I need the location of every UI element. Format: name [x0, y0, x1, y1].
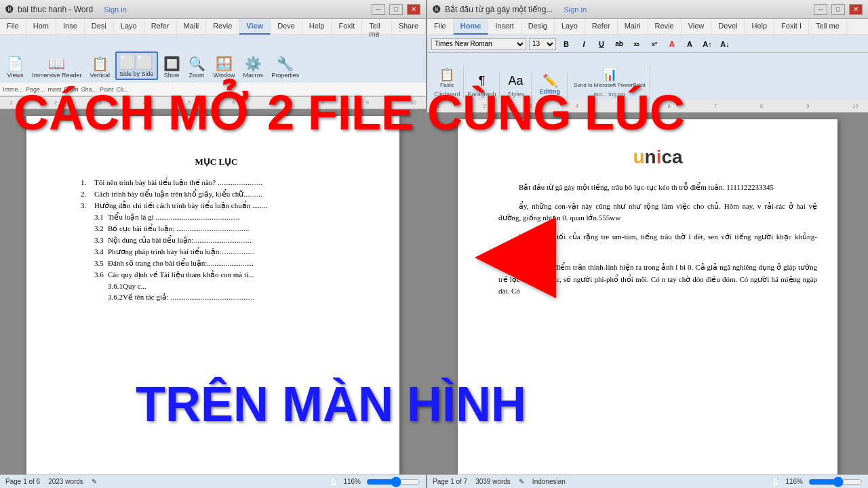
left-tab-review[interactable]: Revie: [206, 19, 239, 35]
left-properties-btn[interactable]: 🔧 Properties: [269, 54, 302, 80]
left-status-right: 📄 116%: [330, 476, 420, 487]
toc-item-3-3: 3.3 Nội dung của bài tiểu luận:.........…: [81, 236, 352, 245]
right-strikethrough-btn[interactable]: ab: [612, 37, 627, 51]
right-shrink-font-btn[interactable]: A↓: [717, 37, 732, 51]
right-status-bar: Page 1 of 7 3039 words ✎ Indonesian 📄 11…: [427, 474, 868, 488]
right-font-selector[interactable]: Times New Roman: [431, 38, 526, 50]
left-layout-icon[interactable]: 📄: [330, 478, 338, 485]
left-zoom-btn[interactable]: 🔍 Zoom: [186, 54, 208, 80]
vertical-icon: 📋: [92, 56, 108, 72]
right-tab-view[interactable]: View: [682, 19, 712, 35]
left-window: 🅦 bai thuc hanh - Word Sign in ─ □ ✕ Fil…: [0, 0, 427, 488]
left-ruler-marks: 12345678910: [3, 100, 423, 106]
split-container: 🅦 bai thuc hanh - Word Sign in ─ □ ✕ Fil…: [0, 0, 868, 488]
right-tab-references[interactable]: Refer: [585, 19, 618, 35]
left-window-btn[interactable]: 🪟 Window: [211, 54, 238, 80]
right-tab-insert[interactable]: Insert: [488, 19, 521, 35]
left-tab-mailings[interactable]: Maili: [177, 19, 207, 35]
left-signin-link[interactable]: Sign in: [104, 5, 127, 14]
right-edit-icon: ✎: [519, 478, 524, 485]
left-close-btn[interactable]: ✕: [407, 4, 420, 15]
right-doc-page: unica Bắt đầu từ gà gáy một tiếng, trâu …: [458, 119, 837, 474]
right-tab-help[interactable]: Help: [745, 19, 774, 35]
left-tab-share[interactable]: Share: [392, 19, 426, 35]
left-zoom-slider[interactable]: [366, 476, 420, 487]
right-status-right: 📄 116%: [772, 476, 863, 487]
left-sidebyside-btn[interactable]: ⬜⬜ Side by Side: [115, 52, 158, 80]
left-views-btn[interactable]: 📄 Views: [4, 54, 26, 80]
left-tab-foxit[interactable]: Foxit: [332, 19, 362, 35]
left-toolbar-point[interactable]: Point: [100, 86, 114, 93]
left-maximize-btn[interactable]: □: [389, 4, 403, 15]
left-tab-design[interactable]: Desi: [85, 19, 114, 35]
right-subscript-btn[interactable]: x₂: [629, 37, 644, 51]
right-editing-btn[interactable]: ✏️ Editing: [536, 72, 565, 96]
right-title-text: Bắt đầu từ gà gáy một tiếng...: [445, 5, 553, 14]
right-zoom-slider[interactable]: [808, 476, 863, 487]
right-tab-foxit[interactable]: Foxit I: [774, 19, 809, 35]
left-title-bar: 🅦 bai thuc hanh - Word Sign in ─ □ ✕: [0, 0, 426, 19]
right-tab-design[interactable]: Desig: [521, 19, 555, 35]
left-toolbar-ment[interactable]: ment: [48, 86, 62, 93]
left-toolbar-imme[interactable]: Imme...: [3, 86, 23, 93]
left-toolbar-page[interactable]: Page...: [26, 86, 45, 93]
left-tab-insert[interactable]: Inse: [56, 19, 85, 35]
right-para-3: Dưới bóng tối của rặng tre um-tùm, tiếng…: [498, 231, 817, 255]
right-tab-developer[interactable]: Devel: [711, 19, 745, 35]
right-clipboard-group: 📋 Paste Clipboard: [431, 66, 464, 98]
right-signin-link[interactable]: Sign in: [564, 5, 587, 14]
right-close-btn[interactable]: ✕: [849, 4, 863, 15]
left-vertical-btn[interactable]: 📋 Vertical: [87, 54, 113, 80]
left-tab-help[interactable]: Help: [302, 19, 332, 35]
left-title-text: bai thuc hanh - Word: [18, 5, 93, 14]
right-title-right: ─ □ ✕: [814, 4, 863, 15]
left-tab-home[interactable]: Hom: [26, 19, 56, 35]
right-underline-btn[interactable]: U: [594, 37, 609, 51]
right-bold-btn[interactable]: B: [559, 37, 574, 51]
left-tab-layout[interactable]: Layo: [114, 19, 144, 35]
right-italic-btn[interactable]: I: [576, 37, 591, 51]
right-grow-font-btn[interactable]: A↑: [700, 37, 715, 51]
right-fontcolor-btn[interactable]: A: [665, 37, 679, 51]
right-minimize-btn[interactable]: ─: [814, 4, 827, 15]
unica-logo: unica: [498, 146, 817, 168]
right-maximize-btn[interactable]: □: [831, 4, 845, 15]
right-paragraph-btn[interactable]: ¶: [470, 73, 494, 89]
right-layout-icon[interactable]: 📄: [772, 478, 780, 485]
right-paste-btn[interactable]: 📋 Paste: [435, 66, 459, 89]
left-show-btn[interactable]: 🔲 Show: [161, 54, 183, 80]
right-tab-file[interactable]: File: [427, 19, 454, 35]
left-minimize-btn[interactable]: ─: [372, 4, 385, 15]
right-tab-tellme[interactable]: Tell me: [809, 19, 847, 35]
right-highlight-btn[interactable]: A: [682, 37, 697, 51]
left-toolbar-cli[interactable]: Cli...: [117, 86, 129, 93]
left-tab-tellme[interactable]: Tell me: [362, 19, 391, 35]
left-edit-icon: ✎: [92, 478, 97, 485]
right-tab-mailings[interactable]: Mairi: [618, 19, 648, 35]
right-tab-home[interactable]: Home: [454, 19, 489, 35]
left-tab-references[interactable]: Refer: [144, 19, 177, 35]
right-font-size[interactable]: 13: [529, 38, 556, 50]
left-toolbar-sha[interactable]: Sha...: [81, 86, 98, 93]
right-styles-group: Aa Styles: [501, 73, 532, 98]
right-paragraph-group: ¶ Paragraph: [465, 73, 500, 98]
left-tab-developer[interactable]: Deve: [271, 19, 302, 35]
left-page-count: Page 1 of 6: [5, 478, 40, 485]
left-ribbon-content: 📄 Views 📖 Immersive Reader 📋 Vertical ⬜⬜…: [0, 35, 426, 83]
right-doc-area[interactable]: unica Bắt đầu từ gà gáy một tiếng, trâu …: [427, 113, 868, 474]
left-immersive-btn[interactable]: 📖 Immersive Reader: [29, 54, 85, 80]
right-tab-layout[interactable]: Layo: [555, 19, 585, 35]
right-styles-btn[interactable]: Aa: [504, 73, 528, 89]
right-send-ppt-btn[interactable]: 📊 Send to Microsoft PowerPoint: [572, 66, 647, 89]
toc-item-3-6: 3.6 Các quy định về Tài liệu tham khảo c…: [81, 270, 352, 279]
left-toolbar-from[interactable]: From: [64, 86, 79, 93]
left-tab-view[interactable]: View: [239, 19, 271, 35]
paste-icon: 📋: [439, 67, 454, 82]
right-tab-review[interactable]: Revie: [648, 19, 682, 35]
left-tab-file[interactable]: File: [0, 19, 26, 35]
right-word-icon: 🅦: [433, 5, 441, 14]
toc-item-3-4: 3.4 Phương pháp trình bày bài tiểu luận:…: [81, 247, 352, 256]
left-macros-btn[interactable]: ⚙️ Macros: [241, 54, 267, 80]
left-doc-area[interactable]: MỤC LỤC 1. Tôi nên trình bày bài tiểu lu…: [0, 109, 426, 474]
right-superscript-btn[interactable]: x²: [647, 37, 662, 51]
